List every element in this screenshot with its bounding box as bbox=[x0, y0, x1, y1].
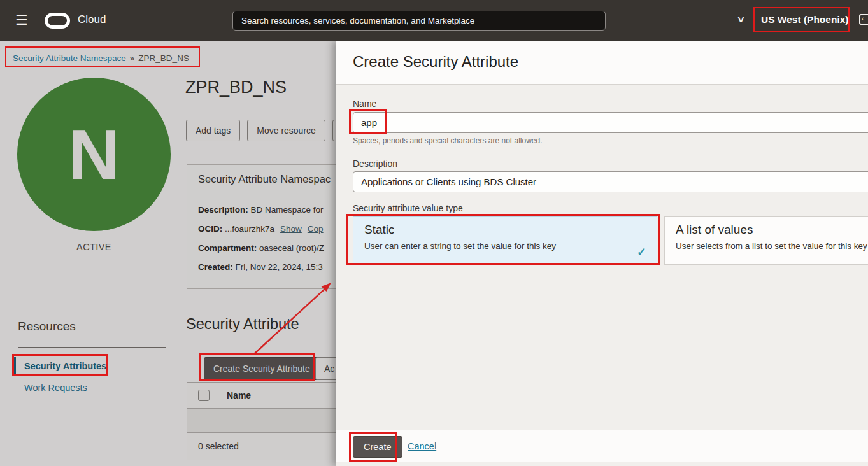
option-static-title: Static bbox=[353, 217, 657, 237]
compartment-field: Compartment: oaseceal (root)/Z bbox=[198, 239, 336, 258]
panel-header: Create Security Attribute bbox=[336, 41, 868, 85]
ocid-field: OCID: ...foaurzhk7aShowCop bbox=[198, 220, 336, 239]
panel-footer: Create Cancel bbox=[336, 430, 868, 462]
namespace-details-page: Security Attribute Namespace»ZPR_BD_NS N… bbox=[0, 41, 336, 466]
name-label: Name bbox=[353, 99, 376, 109]
hamburger-menu-icon[interactable]: ☰ bbox=[15, 12, 28, 29]
create-button[interactable]: Create bbox=[353, 436, 402, 458]
region-selector[interactable]: US West (Phoenix) bbox=[761, 14, 849, 25]
page-title: ZPR_BD_NS bbox=[185, 78, 287, 97]
avatar-letter: N bbox=[68, 113, 120, 195]
name-column-header: Name bbox=[227, 390, 251, 400]
description-field: Description: BD Namespace for bbox=[198, 201, 336, 220]
description-label: Description bbox=[353, 159, 397, 169]
chevron-down-icon[interactable]: ∨ bbox=[736, 13, 746, 25]
table-header-row: Name bbox=[187, 383, 336, 409]
name-helper-text: Spaces, periods and special characters a… bbox=[353, 136, 543, 145]
topbar: ☰ Cloud ∨ US West (Phoenix) ‹ bbox=[0, 0, 868, 41]
option-list-title: A list of values bbox=[665, 217, 868, 237]
resources-divider bbox=[18, 347, 166, 348]
search-input[interactable] bbox=[232, 11, 606, 31]
option-card-static[interactable]: Static User can enter a string to set th… bbox=[353, 216, 657, 265]
value-type-label: Security attribute value type bbox=[353, 203, 463, 213]
resource-actions-row: Add tags Move resource R bbox=[186, 120, 336, 141]
cancel-link[interactable]: Cancel bbox=[408, 441, 436, 451]
created-field: Created: Fri, Nov 22, 2024, 15:3 bbox=[198, 258, 336, 277]
move-resource-button[interactable]: Move resource bbox=[247, 120, 325, 141]
sidebar-item-work-requests[interactable]: Work Requests bbox=[24, 383, 87, 393]
cloud-shell-icon[interactable]: ‹ bbox=[859, 14, 868, 25]
security-attributes-section-title: Security Attribute bbox=[186, 316, 299, 333]
namespace-avatar: N bbox=[17, 78, 171, 231]
resources-heading: Resources bbox=[18, 320, 76, 334]
breadcrumb-current: ZPR_BD_NS bbox=[138, 53, 189, 63]
table-footer: 0 selected bbox=[187, 433, 336, 460]
create-security-attribute-button[interactable]: Create Security Attribute bbox=[204, 357, 320, 380]
select-all-checkbox[interactable] bbox=[198, 390, 210, 401]
brand-label: Cloud bbox=[78, 13, 106, 26]
ocid-show-link[interactable]: Show bbox=[280, 224, 302, 234]
name-input[interactable] bbox=[353, 112, 868, 133]
option-list-desc: User selects from a list to set the valu… bbox=[665, 237, 868, 251]
breadcrumb: Security Attribute Namespace»ZPR_BD_NS bbox=[13, 53, 189, 63]
sidebar-item-security-attributes[interactable]: Security Attributes bbox=[14, 357, 113, 376]
status-badge: ACTIVE bbox=[17, 242, 171, 252]
table-empty-row bbox=[187, 409, 336, 433]
ocid-copy-link[interactable]: Cop bbox=[308, 224, 324, 234]
oracle-logo-icon bbox=[45, 13, 70, 29]
option-card-list-of-values[interactable]: A list of values User selects from a lis… bbox=[664, 216, 868, 265]
add-tags-button[interactable]: Add tags bbox=[186, 120, 240, 141]
namespace-info-card: Security Attribute Namespac Description:… bbox=[187, 164, 336, 289]
panel-title: Create Security Attribute bbox=[336, 41, 868, 71]
option-static-desc: User can enter a string to set the value… bbox=[353, 237, 657, 251]
breadcrumb-link-namespaces[interactable]: Security Attribute Namespace bbox=[13, 53, 126, 63]
actions-button[interactable]: Ac bbox=[315, 357, 336, 380]
check-icon: ✓ bbox=[637, 245, 646, 259]
info-card-title: Security Attribute Namespac bbox=[187, 165, 336, 185]
create-security-attribute-panel: Create Security Attribute Name Spaces, p… bbox=[336, 41, 868, 466]
breadcrumb-separator: » bbox=[130, 53, 135, 63]
description-input[interactable] bbox=[353, 171, 868, 192]
security-attributes-table: Name 0 selected bbox=[187, 382, 336, 460]
